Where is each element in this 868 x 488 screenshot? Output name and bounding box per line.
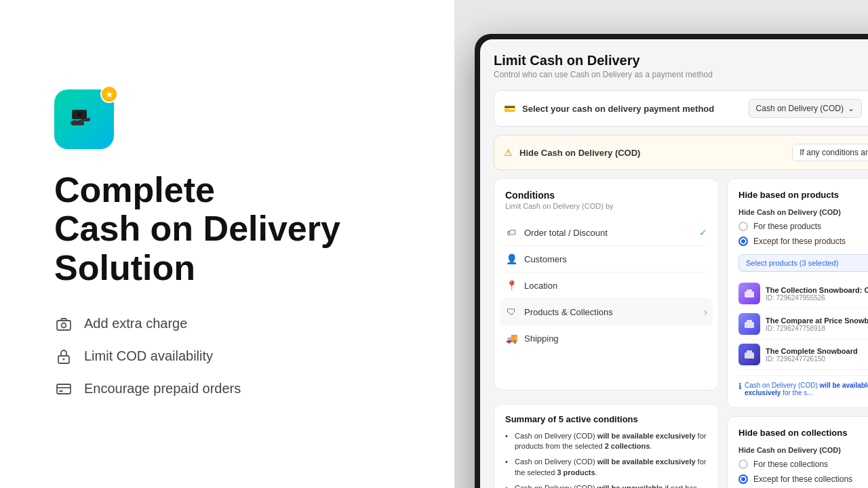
summary-item-3: Cash on Delivery (COD) will be unavailab…	[505, 483, 707, 488]
right-subpanel: Hide based on products Hide Cash on Deli…	[727, 178, 868, 488]
svg-rect-12	[747, 289, 752, 292]
radio-circle-except-col	[738, 474, 748, 484]
hide-collections-title: Hide based on collections	[738, 428, 868, 438]
radio-for-collections[interactable]: For these collections	[738, 460, 868, 469]
product-id-3: ID: 7296247726150	[766, 355, 868, 363]
svg-point-7	[63, 358, 65, 360]
radio-circle-except	[738, 237, 748, 246]
radio-group-products: For these products Except for these prod…	[738, 222, 868, 246]
app-ui: Limit Cash on Delivery Control who can u…	[480, 39, 868, 488]
app-icon-wrapper: ★	[54, 89, 114, 149]
condition-label-products: Products & Collections	[524, 307, 697, 317]
right-panel: Limit Cash on Delivery Control who can u…	[454, 0, 868, 488]
conditions-panel: Conditions Limit Cash on Delivery (COD) …	[494, 178, 719, 390]
product-thumb-3	[738, 344, 760, 365]
headline: CompleteCash on DeliverySolution	[54, 171, 414, 287]
left-panel: ★ CompleteCash on DeliverySolution Add e…	[0, 0, 454, 488]
feature-item-card: Encourage prepaid orders	[54, 380, 414, 399]
radio-circle-for-col	[738, 460, 748, 469]
conditions-subtitle: Limit Cash on Delivery (COD) by	[505, 202, 707, 210]
svg-rect-15	[745, 352, 754, 359]
feature-text-charge: Add extra charge	[84, 316, 187, 331]
tablet-screen: Limit Cash on Delivery Control who can u…	[480, 39, 868, 488]
truck-icon: 🚚	[505, 332, 517, 344]
summary-title: Summary of 5 active conditions	[505, 414, 707, 424]
product-thumb-2	[738, 313, 760, 335]
svg-rect-14	[747, 320, 752, 323]
hide-cod-row: ⚠ Hide Cash on Delivery (COD) If any con…	[494, 135, 868, 170]
svg-rect-8	[57, 384, 71, 394]
lock-icon	[54, 347, 73, 366]
summary-item-2: Cash on Delivery (COD) will be available…	[505, 457, 707, 478]
tablet-mockup: Limit Cash on Delivery Control who can u…	[475, 34, 868, 488]
hide-products-title: Hide based on products	[738, 190, 868, 200]
person-icon: 👤	[505, 253, 517, 265]
product-id-2: ID: 7296247758918	[766, 325, 868, 332]
svg-point-5	[62, 323, 66, 327]
product-info-3: The Complete Snowboard ID: 7296247726150	[766, 347, 868, 363]
svg-point-3	[77, 113, 81, 117]
product-item-3: The Complete Snowboard ID: 7296247726150	[738, 340, 868, 370]
product-info-2: The Compare at Price Snowboard ID: 72962…	[766, 317, 868, 332]
product-name-1: The Collection Snowboard: Oxygen	[766, 286, 868, 294]
product-name-2: The Compare at Price Snowboard	[766, 317, 868, 325]
features-list: Add extra charge Limit COD availability	[54, 314, 414, 399]
condition-label-order: Order total / Discount	[524, 228, 692, 238]
feature-text-prepaid: Encourage prepaid orders	[84, 381, 241, 396]
card-icon	[54, 380, 73, 399]
chevron-right-icon: ›	[704, 306, 707, 317]
feature-text-limit: Limit COD availability	[84, 348, 213, 364]
payment-method-row: 💳 Select your cash on delivery payment m…	[494, 90, 868, 127]
condition-products-collections[interactable]: 🛡 Products & Collections ›	[500, 299, 713, 325]
star-badge: ★	[100, 85, 118, 103]
svg-rect-13	[745, 322, 754, 328]
camera-icon	[54, 314, 73, 333]
two-col-layout: Conditions Limit Cash on Delivery (COD) …	[494, 178, 868, 488]
tag-icon: 🏷	[505, 226, 517, 239]
condition-label-location: Location	[524, 281, 707, 291]
check-icon: ✓	[699, 227, 707, 238]
feature-item-lock: Limit COD availability	[54, 347, 414, 366]
collections-panel: Hide based on collections Hide Cash on D…	[727, 416, 868, 488]
feature-item: Add extra charge	[54, 314, 414, 333]
product-item-1: The Collection Snowboard: Oxygen ID: 729…	[738, 279, 868, 309]
radio-circle-for	[738, 222, 748, 231]
radio-group-collections: For these collections Except for these c…	[738, 460, 868, 484]
hide-cod-label: Hide Cash on Delivery (COD)	[519, 148, 785, 158]
app-subtitle: Control who can use Cash on Delivery as …	[494, 70, 868, 79]
app-header: Limit Cash on Delivery Control who can u…	[494, 53, 868, 79]
product-info-1: The Collection Snowboard: Oxygen ID: 729…	[766, 286, 868, 302]
svg-rect-11	[745, 291, 754, 298]
product-item-2: The Compare at Price Snowboard ID: 72962…	[738, 309, 868, 340]
radio-except-products[interactable]: Except for these products	[738, 237, 868, 246]
svg-rect-4	[57, 321, 71, 330]
cod-collections-label: Hide Cash on Delivery (COD)	[738, 446, 868, 454]
products-panel: Hide based on products Hide Cash on Deli…	[727, 178, 868, 408]
condition-select[interactable]: If any conditions are met ⌄	[792, 144, 868, 161]
product-id-1: ID: 7296247955526	[766, 294, 868, 302]
shield-icon: 🛡	[505, 306, 517, 318]
product-thumb-1	[738, 283, 760, 304]
svg-rect-16	[747, 350, 752, 353]
conditions-title: Conditions	[505, 190, 707, 201]
payment-method-label: Select your cash on delivery payment met…	[522, 104, 742, 114]
summary-box: Summary of 5 active conditions Cash on D…	[494, 404, 719, 488]
info-note-products: ℹ Cash on Delivery (COD) will be availab…	[738, 375, 868, 396]
pin-icon: 📍	[505, 279, 517, 291]
radio-for-products[interactable]: For these products	[738, 222, 868, 231]
condition-shipping[interactable]: 🚚 Shipping	[505, 325, 707, 351]
payment-method-select[interactable]: Cash on Delivery (COD) ⌄	[749, 99, 862, 118]
product-name-3: The Complete Snowboard	[766, 347, 868, 355]
select-products-button[interactable]: Select products (3 selected)	[738, 254, 868, 272]
condition-customers[interactable]: 👤 Customers	[505, 246, 707, 272]
condition-order-total[interactable]: 🏷 Order total / Discount ✓	[505, 220, 707, 246]
cod-products-label: Hide Cash on Delivery (COD)	[738, 208, 868, 216]
radio-except-collections[interactable]: Except for these collections	[738, 474, 868, 484]
condition-location[interactable]: 📍 Location	[505, 272, 707, 299]
app-title: Limit Cash on Delivery	[494, 53, 868, 68]
summary-item-1: Cash on Delivery (COD) will be available…	[505, 431, 707, 452]
condition-label-customers: Customers	[524, 254, 707, 264]
condition-label-shipping: Shipping	[524, 333, 707, 344]
